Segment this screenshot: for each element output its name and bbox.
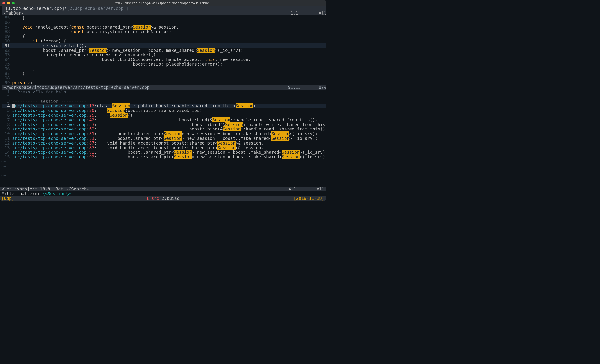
highlight-session: Session bbox=[133, 25, 151, 29]
tmux-session-name: [udp] bbox=[1, 196, 14, 201]
tree-spacer: | bbox=[1, 127, 1, 131]
search-result-row[interactable]: 12src/tests/tcp-echo-server.cpp:87: void… bbox=[2, 141, 326, 146]
tree-root[interactable]: -[F]udpserver { bbox=[1, 6, 1, 11]
tabbar-label: -TabBar- bbox=[3, 11, 24, 16]
search-result-row[interactable]: 10src/tests/tcp-echo-server.cpp:81: boos… bbox=[2, 131, 326, 136]
tree-file[interactable]: | | |-udppkt.h } bbox=[1, 90, 1, 94]
tab-udp-echo[interactable]: [2:udp-echo-server.cpp ] bbox=[67, 6, 129, 11]
tree-file[interactable]: | | |-tcp.h bbox=[1, 57, 1, 62]
tree-file[interactable]: | | |-SConscript } } } bbox=[1, 122, 1, 127]
tilde: ~ bbox=[1, 145, 1, 150]
search-results[interactable]: 1" Press <F1> for help 2 3---------- ses… bbox=[2, 90, 326, 178]
tilde: ~ bbox=[1, 164, 1, 168]
search-result-row[interactable]: 11src/tests/tcp-echo-server.cpp:81: boos… bbox=[2, 136, 326, 141]
file-tree[interactable]: -[F]udpserver { |-[F]src { | |-[F]tests … bbox=[0, 6, 2, 187]
close-icon[interactable] bbox=[2, 2, 5, 4]
tmux-window-other[interactable]: 2:build bbox=[159, 196, 180, 201]
tree-file[interactable]: | |-SConscript bbox=[1, 48, 1, 53]
tilde: ~ bbox=[1, 168, 1, 173]
minimize-icon[interactable] bbox=[7, 2, 10, 4]
search-result-row[interactable]: 15src/tests/tcp-echo-server.cpp:92: boos… bbox=[2, 155, 326, 159]
tree-spacer: | | bbox=[1, 39, 1, 43]
vim-statusline: <les.exproject 18,8 Bot -GSearch- 4,1 Al… bbox=[0, 187, 326, 191]
vim-cmdline[interactable]: Filter pattern: \<Session\> bbox=[0, 191, 326, 196]
tree-file[interactable]: | | | |-test.cpp } bbox=[1, 108, 1, 113]
tree-file[interactable]: | | |-transport.h bbox=[1, 71, 1, 76]
tree-file[interactable]: | | |-SConscript bbox=[1, 20, 1, 25]
tree-file[interactable]: | | |-logger.cpp bbox=[1, 113, 1, 117]
search-section-header: ---------- session ---------- bbox=[12, 99, 87, 104]
tmux-statusbar: [udp] 1:src 2:build [2019-11-18] bbox=[0, 196, 326, 201]
search-result-row[interactable]: 9src/tests/tcp-echo-server.cpp:62: boost… bbox=[2, 127, 326, 131]
gsearch-label: -GSearch- bbox=[66, 187, 89, 191]
tmux-window-active[interactable]: 1:src bbox=[146, 196, 159, 201]
tree-spacer: | | bbox=[1, 94, 1, 99]
tree-folder-tests[interactable]: | |-[F]tests { bbox=[1, 16, 1, 20]
current-line: 91 session->start(); bbox=[2, 43, 326, 48]
tilde: ~ bbox=[2, 164, 326, 169]
tree-file[interactable]: | | |-udppkt.cpp bbox=[1, 85, 1, 90]
tilde: ~ bbox=[1, 159, 1, 164]
tree-file-readme[interactable]: |-README.md bbox=[1, 131, 1, 136]
tree-folder-util[interactable]: | |-[F]util { bbox=[1, 99, 1, 104]
search-result-row[interactable]: 4src/tests/tcp-echo-server.cpp:17:class … bbox=[2, 104, 326, 108]
tab-tcp-echo[interactable]: [1:tcp-echo-server.cpp] bbox=[5, 6, 65, 11]
tilde: ~ bbox=[1, 155, 1, 159]
search-result-row[interactable]: 7src/tests/tcp-echo-server.cpp:42: boost… bbox=[2, 118, 326, 122]
tree-file[interactable]: | | |-tcpbuf.cpp bbox=[1, 62, 1, 66]
tree-file[interactable]: | | |-logger.h bbox=[1, 117, 1, 122]
tree-file-selected[interactable]: | | |-udp.cpp bbox=[1, 76, 1, 80]
tilde: ~ bbox=[1, 173, 1, 178]
tab-bar-status: -TabBar- 1,1 All bbox=[2, 11, 326, 16]
tilde: ~ bbox=[1, 141, 1, 145]
buffer-tabs[interactable]: [1:tcp-echo-server.cpp]*[2:udp-echo-serv… bbox=[2, 6, 326, 11]
tree-file[interactable]: | | |-udp-echo-server.cpp } bbox=[1, 34, 1, 39]
editor-statusline: ~/workspace/imooc/udpserver/src/tests/tc… bbox=[2, 85, 326, 90]
tree-folder-hello[interactable]: | | |-[F]Hello { bbox=[1, 104, 1, 108]
help-hint: " Press <F1> for help bbox=[12, 90, 66, 94]
tilde: ~ bbox=[2, 169, 326, 173]
tree-file[interactable]: | | |-tcp.cpp bbox=[1, 53, 1, 57]
maximize-icon[interactable] bbox=[12, 2, 15, 4]
tree-file[interactable]: | | |-tcp-echo-server.cpp bbox=[1, 29, 1, 34]
sidebar-status-right: Bot bbox=[56, 187, 63, 191]
tree-folder-src[interactable]: |-[F]src { bbox=[1, 11, 1, 16]
sidebar-status-left: <les.exproject 18,8 bbox=[1, 187, 50, 191]
window-title: tmux /Users/lilong4/workspace/imooc/udps… bbox=[2, 1, 323, 5]
window-titlebar: tmux /Users/lilong4/workspace/imooc/udps… bbox=[0, 0, 326, 6]
search-result-row[interactable]: 8src/tests/tcp-echo-server.cpp:53: boost… bbox=[2, 122, 326, 127]
tree-file[interactable]: | | |-tcp-connection-test.cpp bbox=[1, 25, 1, 29]
search-result-row[interactable]: 14src/tests/tcp-echo-server.cpp:92: boos… bbox=[2, 150, 326, 155]
tree-file[interactable]: | | |-udp.h bbox=[1, 80, 1, 85]
tree-file-sconstruct[interactable]: |-Sconstruct } bbox=[1, 136, 1, 141]
search-result-row[interactable]: 6src/tests/tcp-echo-server.cpp:25: ~Sess… bbox=[2, 113, 326, 118]
code-editor[interactable]: 85 } 86 87 void handle_accept(const boos… bbox=[2, 16, 326, 85]
tilde: ~ bbox=[1, 150, 1, 155]
tilde: ~ bbox=[2, 159, 326, 164]
tmux-date: [2019-11-18] bbox=[294, 196, 324, 201]
search-result-row[interactable]: 13src/tests/tcp-echo-server.cpp:87: void… bbox=[2, 146, 326, 150]
tree-file[interactable]: | | |-tcpbuf.h bbox=[1, 66, 1, 71]
highlight-session: Session bbox=[89, 48, 107, 53]
tilde: ~ bbox=[1, 178, 1, 182]
highlight-session: Session bbox=[197, 48, 215, 53]
tree-folder-transport[interactable]: | |-[F]transport { bbox=[1, 43, 1, 48]
search-result-row[interactable]: 5src/tests/tcp-echo-server.cpp:20: Sessi… bbox=[2, 108, 326, 113]
file-path: ~/workspace/imooc/udpserver/src/tests/tc… bbox=[3, 85, 150, 90]
tilde: ~ bbox=[2, 173, 326, 178]
